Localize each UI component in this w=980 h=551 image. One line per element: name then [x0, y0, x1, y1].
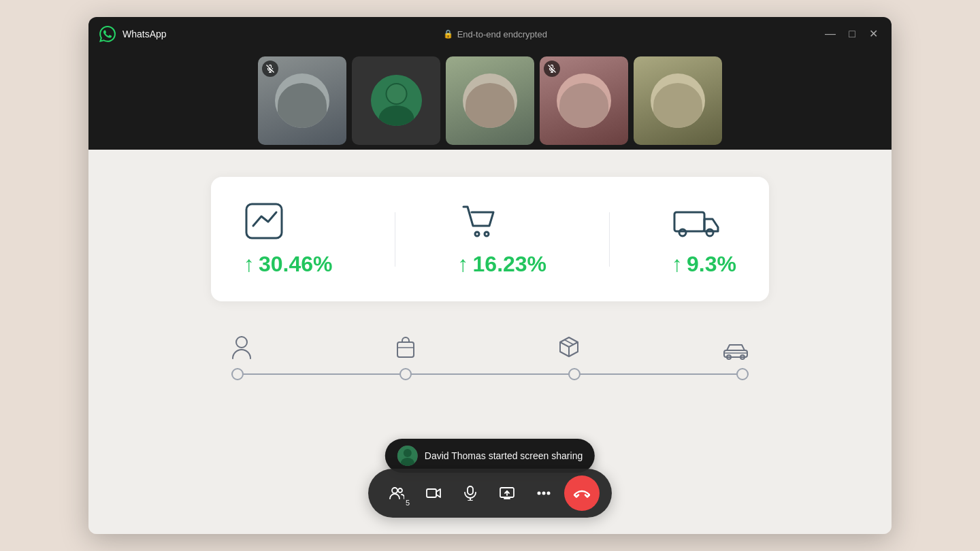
svg-point-15 — [706, 229, 713, 236]
whatsapp-icon — [99, 26, 116, 42]
main-content: ↑ 30.46% ↑ 16.23% — [88, 150, 892, 534]
timeline-track — [225, 368, 755, 380]
svg-rect-13 — [674, 212, 704, 231]
end-call-button[interactable] — [564, 475, 600, 511]
box-icon — [559, 335, 579, 360]
stat-value-cart: ↑ 16.23% — [458, 252, 547, 277]
car-icon — [723, 338, 749, 360]
svg-rect-10 — [246, 204, 282, 238]
svg-point-35 — [542, 492, 546, 495]
call-controls: 5 — [368, 469, 612, 518]
svg-rect-26 — [427, 489, 436, 497]
stat-divider-2 — [609, 212, 610, 267]
stat-divider-1 — [395, 212, 395, 267]
svg-point-12 — [485, 232, 489, 236]
cart-icon — [458, 201, 500, 241]
close-button[interactable]: ✕ — [867, 27, 881, 41]
person-icon — [231, 335, 252, 360]
video-strip — [88, 51, 892, 150]
svg-point-6 — [387, 84, 406, 103]
mic-button[interactable] — [454, 477, 487, 510]
toast-avatar — [397, 446, 418, 466]
timeline-dot-4 — [736, 368, 749, 380]
app-title: WhatsApp — [122, 29, 167, 39]
svg-point-36 — [547, 492, 551, 495]
app-window: WhatsApp 🔒 End-to-end endcrypted — □ ✕ — [88, 17, 892, 534]
lock-icon: 🔒 — [443, 29, 453, 39]
svg-point-11 — [475, 232, 479, 236]
video-thumb-2 — [352, 56, 440, 145]
svg-point-34 — [538, 492, 541, 495]
video-button[interactable] — [417, 477, 450, 510]
video-thumb-5 — [634, 56, 722, 145]
more-options-button[interactable] — [527, 477, 560, 510]
video-thumb-4 — [540, 56, 628, 145]
participants-button[interactable]: 5 — [380, 477, 413, 510]
svg-point-24 — [392, 488, 397, 493]
svg-point-22 — [404, 449, 412, 457]
encryption-label: 🔒 End-to-end endcrypted — [443, 29, 547, 39]
chart-icon — [244, 201, 284, 241]
svg-point-14 — [679, 229, 686, 236]
svg-rect-17 — [397, 342, 414, 357]
share-screen-button[interactable] — [491, 477, 523, 510]
arrow-up-1: ↑ — [244, 252, 255, 277]
title-bar-left: WhatsApp — [99, 26, 167, 42]
arrow-up-2: ↑ — [458, 252, 469, 277]
maximize-button[interactable]: □ — [845, 27, 859, 41]
toast-message: David Thomas started screen sharing — [425, 450, 583, 461]
timeline-dot-2 — [399, 368, 412, 380]
avatar-2 — [352, 56, 440, 145]
svg-rect-27 — [468, 486, 473, 495]
title-bar: WhatsApp 🔒 End-to-end endcrypted — □ ✕ — [88, 17, 892, 51]
stat-item-truck: ↑ 9.3% — [672, 201, 736, 277]
notification-toast: David Thomas started screen sharing — [385, 439, 595, 473]
minimize-button[interactable]: — — [823, 27, 837, 41]
mute-badge-1 — [262, 61, 278, 77]
arrow-up-3: ↑ — [672, 252, 683, 277]
timeline-icons — [225, 335, 755, 360]
window-controls: — □ ✕ — [823, 27, 881, 41]
svg-point-25 — [398, 488, 402, 492]
stats-card: ↑ 30.46% ↑ 16.23% — [211, 177, 769, 301]
stat-value-chart: ↑ 30.46% — [244, 252, 333, 277]
timeline-dot-1 — [231, 368, 244, 380]
participants-count: 5 — [406, 499, 410, 507]
timeline-section — [211, 329, 769, 387]
timeline-dot-3 — [568, 368, 581, 380]
video-thumb-1 — [258, 56, 346, 145]
video-thumb-3 — [446, 56, 534, 145]
svg-point-16 — [236, 337, 247, 348]
stat-item-chart: ↑ 30.46% — [244, 201, 333, 277]
mute-badge-4 — [544, 61, 560, 77]
truck-icon — [672, 201, 721, 241]
timeline-dots — [231, 368, 749, 380]
stat-item-cart: ↑ 16.23% — [458, 201, 547, 277]
stat-value-truck: ↑ 9.3% — [672, 252, 736, 277]
bag-icon — [395, 335, 416, 360]
encryption-text: End-to-end endcrypted — [457, 29, 547, 39]
